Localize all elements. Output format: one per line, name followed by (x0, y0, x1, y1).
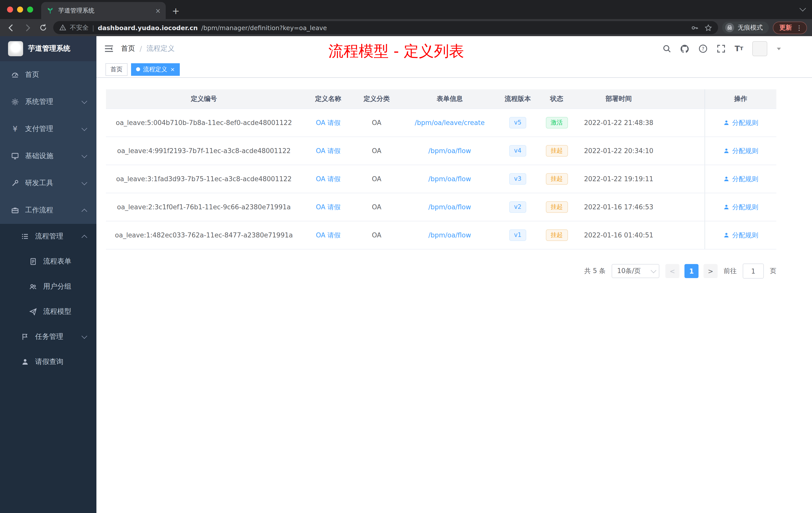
sidebar-logo[interactable]: 芋道管理系统 (0, 36, 96, 61)
address-bar[interactable]: 不安全 | dashboard.yudao.iocoder.cn /bpm/ma… (53, 21, 718, 34)
sidebar-item-user-group[interactable]: 用户分组 (0, 274, 96, 299)
sidebar-item-infrastructure[interactable]: 基础设施 (0, 143, 96, 170)
table-row: oa_leave:3:1fad3d93-7b75-11ec-a3c8-acde4… (106, 165, 776, 193)
zoom-window-button[interactable] (27, 6, 33, 12)
col-header: 流程版本 (501, 89, 535, 109)
definition-name-link[interactable]: OA 请假 (316, 118, 341, 127)
fullscreen-icon[interactable] (716, 44, 726, 54)
user-icon (723, 176, 730, 182)
col-header-filler (659, 89, 704, 109)
col-header: 表单信息 (399, 89, 501, 109)
definition-category: OA (354, 109, 399, 137)
reload-button[interactable] (37, 22, 49, 34)
assign-rule-button[interactable]: 分配规则 (723, 146, 758, 155)
font-size-icon[interactable]: TT (734, 44, 744, 54)
form-link[interactable]: /bpm/oa/flow (428, 203, 471, 211)
definition-id: oa_leave:3:1fad3d93-7b75-11ec-a3c8-acde4… (106, 165, 302, 193)
incognito-icon (725, 23, 734, 32)
page-size-value: 10条/页 (617, 267, 641, 276)
back-button[interactable] (5, 22, 17, 34)
minimize-window-button[interactable] (17, 6, 23, 12)
sidebar-item-home[interactable]: 首页 (0, 61, 96, 88)
sidebar-item-label: 流程表单 (43, 257, 71, 266)
jump-label: 前往 (724, 267, 737, 276)
form-link[interactable]: /bpm/oa/flow (428, 147, 471, 155)
tool-icon (11, 179, 19, 187)
form-link[interactable]: /bpm/oa/flow (428, 232, 471, 239)
gear-icon (11, 98, 19, 106)
assign-rule-button[interactable]: 分配规则 (723, 231, 758, 240)
browser-menu-kebab-icon[interactable]: ⋮ (796, 24, 803, 31)
status-badge: 挂起 (546, 201, 568, 213)
status-badge: 挂起 (546, 230, 568, 241)
definition-name-link[interactable]: OA 请假 (316, 175, 341, 183)
jump-unit: 页 (770, 267, 776, 276)
tag-label: 首页 (111, 65, 122, 73)
page-number-button[interactable]: 1 (685, 264, 698, 278)
sidebar-collapse-icon[interactable] (104, 44, 114, 54)
not-secure-warning-icon (59, 24, 66, 31)
sidebar-item-payment[interactable]: ¥ 支付管理 (0, 116, 96, 143)
definition-name-link[interactable]: OA 请假 (316, 231, 341, 240)
avatar-dropdown-caret-icon[interactable] (777, 48, 781, 50)
sidebar-item-workflow[interactable]: 工作流程 (0, 197, 96, 224)
user-avatar[interactable] (752, 41, 767, 56)
new-tab-button[interactable]: + (169, 3, 183, 18)
col-header: 状态 (535, 89, 579, 109)
incognito-label: 无痕模式 (738, 23, 763, 32)
user-group-icon (29, 282, 37, 291)
assign-rule-label: 分配规则 (732, 175, 758, 183)
definition-name-link[interactable]: OA 请假 (316, 146, 341, 155)
form-link[interactable]: /bpm/oa/leave/create (415, 119, 485, 126)
assign-rule-button[interactable]: 分配规则 (723, 203, 758, 212)
sidebar: 芋道管理系统 首页 系统管理 ¥ 支付管理 (0, 36, 96, 513)
password-key-icon[interactable] (691, 24, 698, 31)
tag-process-definition[interactable]: 流程定义 × (131, 63, 180, 76)
sidebar-item-process-model[interactable]: 流程模型 (0, 299, 96, 324)
help-icon[interactable]: ? (698, 44, 707, 54)
breadcrumb-home[interactable]: 首页 (121, 44, 135, 53)
tag-home[interactable]: 首页 (106, 63, 127, 76)
col-header: 操作 (704, 89, 776, 109)
page-size-select[interactable]: 10条/页 (612, 264, 659, 278)
assign-rule-button[interactable]: 分配规则 (723, 175, 758, 183)
forward-button[interactable] (21, 22, 33, 34)
sidebar-item-system[interactable]: 系统管理 (0, 88, 96, 116)
prev-page-button[interactable]: < (665, 264, 679, 278)
sidebar-item-task-management[interactable]: 任务管理 (0, 324, 96, 350)
tab-search-chevron-icon[interactable] (800, 5, 806, 11)
url-path: /bpm/manager/definition?key=oa_leave (201, 24, 327, 31)
sidebar-item-devtools[interactable]: 研发工具 (0, 170, 96, 197)
close-window-button[interactable] (7, 6, 13, 12)
header-actions: ? TT (662, 41, 812, 56)
sidebar-item-leave-query[interactable]: 请假查询 (0, 350, 96, 374)
chrome-update-button[interactable]: 更新 ⋮ (773, 21, 807, 34)
definition-name-link[interactable]: OA 请假 (316, 203, 341, 212)
browser-tab[interactable]: 芋道管理系统 × (41, 2, 166, 19)
breadcrumb-current: 流程定义 (146, 44, 174, 53)
total-count: 共 5 条 (584, 267, 606, 276)
col-header: 定义名称 (302, 89, 354, 109)
github-icon[interactable] (680, 44, 690, 54)
document-icon (29, 258, 37, 266)
chevron-down-icon (82, 98, 87, 104)
definition-id: oa_leave:1:482ec033-762a-11ec-8477-a2380… (106, 221, 302, 249)
sidebar-item-process-form[interactable]: 流程表单 (0, 249, 96, 274)
tab-favicon-icon (46, 6, 54, 14)
traffic-lights (0, 0, 38, 19)
col-header: 定义分类 (354, 89, 399, 109)
deploy-time: 2022-01-16 01:40:51 (579, 221, 659, 249)
tab-close-icon[interactable]: × (155, 7, 161, 14)
jump-page-input[interactable] (743, 264, 764, 279)
tag-close-icon[interactable]: × (170, 66, 175, 72)
deploy-time: 2022-01-22 20:34:10 (579, 137, 659, 164)
assign-rule-button[interactable]: 分配规则 (723, 118, 758, 127)
form-link[interactable]: /bpm/oa/flow (428, 175, 471, 183)
bookmark-star-icon[interactable] (704, 24, 712, 31)
next-page-button[interactable]: > (703, 264, 718, 278)
search-button[interactable] (662, 44, 671, 54)
definition-category: OA (354, 165, 399, 193)
sidebar-item-process-management[interactable]: 流程管理 (0, 224, 96, 249)
table-header-row: 定义编号 定义名称 定义分类 表单信息 流程版本 状态 部署时间 操作 (106, 89, 776, 109)
user-icon (21, 358, 29, 366)
